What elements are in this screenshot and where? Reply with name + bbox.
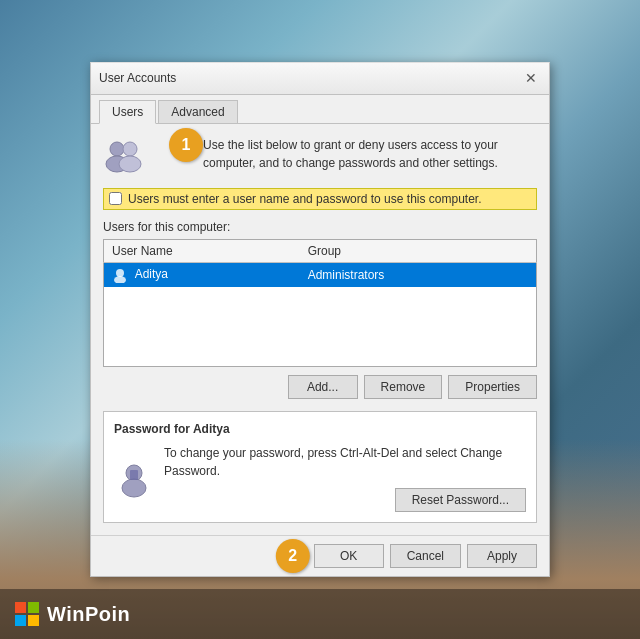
- dialog-titlebar: User Accounts ✕: [91, 63, 549, 95]
- reset-password-row: Reset Password...: [164, 488, 526, 512]
- users-table: User Name Group Aditya Administr: [103, 239, 537, 368]
- dialog-footer: 2 OK Cancel Apply: [91, 535, 549, 576]
- users-must-login-checkbox[interactable]: [109, 192, 122, 205]
- dialog-overlay: User Accounts ✕ Users Advanced: [0, 0, 640, 639]
- remove-button[interactable]: Remove: [364, 375, 443, 399]
- properties-button[interactable]: Properties: [448, 375, 537, 399]
- users-for-computer-label: Users for this computer:: [103, 220, 537, 234]
- badge-1: 1: [169, 128, 203, 162]
- info-section: 1 Use the list below to grant or deny us…: [103, 136, 537, 176]
- svg-point-2: [123, 142, 137, 156]
- table-action-buttons: Add... Remove Properties: [103, 375, 537, 399]
- password-section-title: Password for Aditya: [114, 422, 526, 436]
- user-accounts-icon: 1: [103, 136, 143, 176]
- badge-2: 2: [276, 539, 310, 573]
- password-inner: To change your password, press Ctrl-Alt-…: [114, 444, 526, 512]
- reset-password-button[interactable]: Reset Password...: [395, 488, 526, 512]
- cancel-button[interactable]: Cancel: [390, 544, 461, 568]
- checkbox-row: Users must enter a user name and passwor…: [103, 188, 537, 210]
- dialog-body: 1 Use the list below to grant or deny us…: [91, 124, 549, 536]
- table-row[interactable]: Aditya Administrators: [104, 262, 537, 287]
- close-button[interactable]: ✕: [521, 68, 541, 88]
- password-change-text: To change your password, press Ctrl-Alt-…: [164, 444, 526, 480]
- svg-point-7: [122, 479, 146, 497]
- col-username: User Name: [104, 239, 300, 262]
- info-text: Use the list below to grant or deny user…: [203, 136, 537, 172]
- add-button[interactable]: Add...: [288, 375, 358, 399]
- col-group: Group: [300, 239, 537, 262]
- svg-rect-8: [130, 470, 138, 480]
- dialog-title: User Accounts: [99, 71, 176, 85]
- checkbox-label: Users must enter a user name and passwor…: [128, 192, 482, 206]
- svg-point-3: [119, 156, 141, 172]
- password-icon: [114, 458, 154, 498]
- apply-button[interactable]: Apply: [467, 544, 537, 568]
- svg-point-5: [114, 276, 126, 283]
- user-name-cell: Aditya: [104, 262, 300, 287]
- svg-point-0: [110, 142, 124, 156]
- user-group-cell: Administrators: [300, 262, 537, 287]
- table-header: User Name Group: [104, 239, 537, 262]
- ok-button[interactable]: OK: [314, 544, 384, 568]
- svg-point-4: [116, 269, 124, 277]
- table-empty-space: [104, 287, 537, 367]
- user-accounts-dialog: User Accounts ✕ Users Advanced: [90, 62, 550, 578]
- password-section: Password for Aditya To change your passw…: [103, 411, 537, 523]
- dialog-tabs: Users Advanced: [91, 95, 549, 124]
- tab-advanced[interactable]: Advanced: [158, 100, 237, 124]
- tab-users[interactable]: Users: [99, 100, 156, 124]
